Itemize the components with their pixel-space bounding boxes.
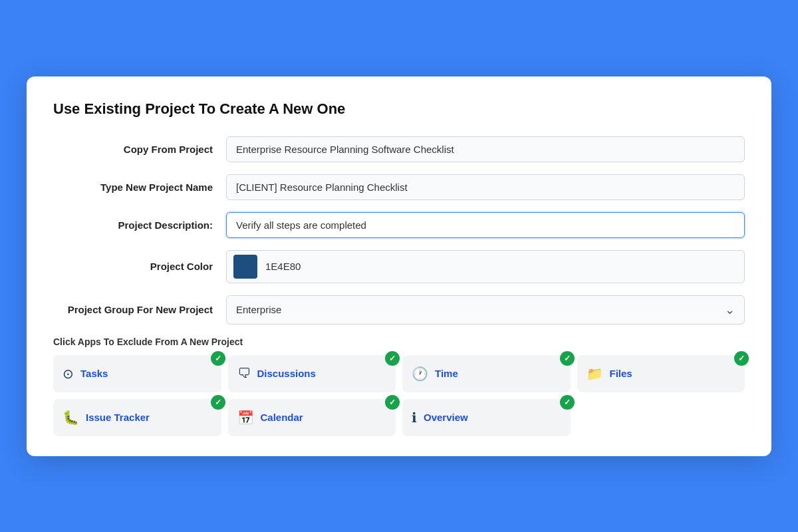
color-hex-value: 1E4E80 bbox=[265, 261, 301, 272]
app-check-discussions: ✓ bbox=[385, 351, 400, 366]
copy-from-input[interactable] bbox=[226, 136, 745, 162]
app-check-overview: ✓ bbox=[560, 395, 575, 410]
new-name-row: Type New Project Name bbox=[53, 174, 745, 200]
app-check-issue-tracker: ✓ bbox=[211, 395, 225, 410]
calendar-icon: 📅 bbox=[237, 410, 254, 426]
color-label: Project Color bbox=[53, 261, 226, 272]
app-item-discussions[interactable]: ✓ 🗨 Discussions bbox=[228, 355, 396, 392]
app-item-tasks[interactable]: ✓ ⊙ Tasks bbox=[53, 355, 221, 392]
apps-section-label: Click Apps To Exclude From A New Project bbox=[53, 336, 745, 347]
app-name-files: Files bbox=[610, 368, 632, 379]
group-select-value: Enterprise bbox=[236, 304, 281, 315]
app-name-issue-tracker: Issue Tracker bbox=[86, 412, 150, 423]
discussions-icon: 🗨 bbox=[237, 366, 251, 381]
modal-container: Use Existing Project To Create A New One… bbox=[27, 76, 771, 456]
app-check-files: ✓ bbox=[734, 351, 749, 366]
new-name-label: Type New Project Name bbox=[53, 182, 226, 193]
time-icon: 🕐 bbox=[412, 366, 428, 382]
app-item-time[interactable]: ✓ 🕐 Time bbox=[402, 355, 571, 392]
files-icon: 📁 bbox=[587, 366, 603, 382]
app-check-time: ✓ bbox=[560, 351, 575, 366]
app-name-tasks: Tasks bbox=[80, 368, 108, 379]
group-row: Project Group For New Project Enterprise… bbox=[53, 295, 745, 325]
group-label: Project Group For New Project bbox=[53, 304, 226, 315]
overview-icon: ℹ bbox=[412, 410, 417, 426]
description-row: Project Description: bbox=[53, 212, 745, 238]
app-item-issue-tracker[interactable]: ✓ 🐛 Issue Tracker bbox=[53, 399, 221, 436]
issue-tracker-icon: 🐛 bbox=[63, 410, 79, 426]
app-check-calendar: ✓ bbox=[385, 395, 400, 410]
app-item-overview[interactable]: ✓ ℹ Overview bbox=[402, 399, 571, 436]
copy-from-label: Copy From Project bbox=[53, 144, 226, 155]
chevron-down-icon: ⌄ bbox=[725, 303, 735, 317]
app-check-tasks: ✓ bbox=[211, 351, 225, 366]
color-row: Project Color 1E4E80 bbox=[53, 250, 745, 283]
tasks-icon: ⊙ bbox=[63, 366, 74, 382]
group-select[interactable]: Enterprise ⌄ bbox=[226, 295, 745, 325]
app-item-files[interactable]: ✓ 📁 Files bbox=[577, 355, 745, 392]
copy-from-row: Copy From Project bbox=[53, 136, 745, 162]
app-name-discussions: Discussions bbox=[257, 368, 316, 379]
description-input[interactable] bbox=[226, 212, 745, 238]
color-swatch[interactable] bbox=[233, 255, 257, 279]
app-name-overview: Overview bbox=[424, 412, 468, 423]
app-name-calendar: Calendar bbox=[261, 412, 303, 423]
description-label: Project Description: bbox=[53, 219, 226, 231]
apps-grid: ✓ ⊙ Tasks ✓ 🗨 Discussions ✓ 🕐 Time ✓ 📁 F… bbox=[53, 355, 745, 436]
modal-title: Use Existing Project To Create A New One bbox=[53, 100, 745, 118]
new-name-input[interactable] bbox=[226, 174, 745, 200]
app-name-time: Time bbox=[435, 368, 458, 379]
color-picker-row[interactable]: 1E4E80 bbox=[226, 250, 745, 283]
app-item-calendar[interactable]: ✓ 📅 Calendar bbox=[228, 399, 396, 436]
